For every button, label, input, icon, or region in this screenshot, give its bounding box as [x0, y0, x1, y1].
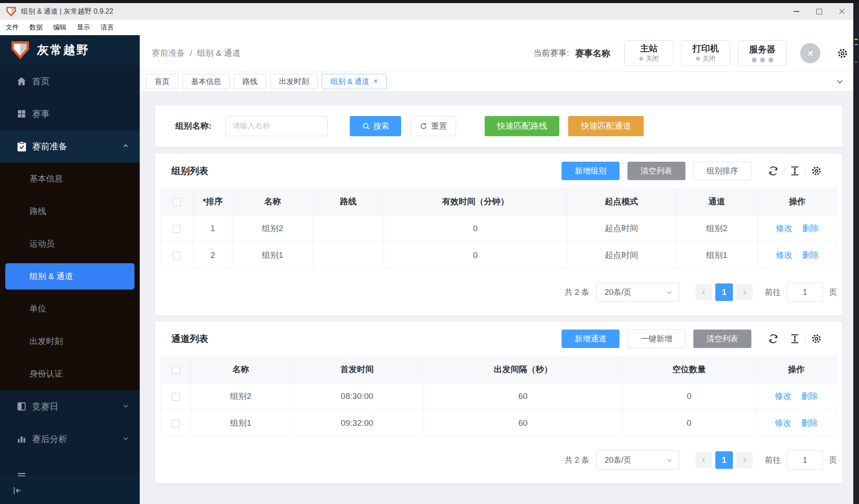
row-checkbox[interactable] [173, 225, 181, 233]
quick-match-route-button[interactable]: 快速匹配路线 [485, 116, 559, 136]
bar-chart-icon [16, 434, 27, 444]
user-avatar[interactable] [800, 43, 820, 63]
goto-page-input[interactable] [787, 283, 823, 302]
app-window: 组别 & 通道 | 灰常越野 0.9.22 文件 数据 编辑 显示 语言 灰常 [0, 3, 853, 504]
tab-close-icon[interactable]: × [373, 77, 378, 86]
breadcrumb: 赛前准备 / 组别 & 通道 [152, 47, 241, 59]
page-size-select[interactable]: 20条/页 [596, 283, 679, 302]
next-page-button[interactable] [736, 452, 753, 468]
page-size-select[interactable]: 20条/页 [596, 450, 679, 470]
sidebar-item-home[interactable]: 首页 [0, 65, 140, 98]
edit-link[interactable]: 修改 [776, 224, 792, 233]
edit-link[interactable]: 修改 [775, 418, 791, 428]
window-controls [785, 3, 853, 20]
prev-page-button[interactable] [696, 284, 712, 301]
race-day-icon [16, 402, 27, 411]
delete-link[interactable]: 删除 [801, 418, 818, 428]
breadcrumb-parent[interactable]: 赛前准备 [152, 47, 185, 59]
select-all-checkbox[interactable] [173, 198, 181, 206]
menu-language[interactable]: 语言 [101, 23, 114, 32]
clear-group-list-button[interactable]: 清空列表 [627, 162, 685, 180]
sidebar-item-race-day[interactable]: 竞赛日 [0, 390, 140, 423]
sidebar-item-group-channel[interactable]: 组别 & 通道 [0, 260, 140, 293]
tab-routes[interactable]: 路线 [234, 74, 266, 89]
group-table-row: 1 组别2 0 起点时间 组别2 修改删除 [161, 215, 837, 242]
printer-toggle[interactable]: 打印机 关闭 [681, 40, 730, 66]
current-event-label: 当前赛事: [533, 47, 569, 59]
table-toolbar-icons [763, 166, 827, 176]
row-checkbox[interactable] [172, 393, 180, 401]
goto-page-input[interactable] [787, 450, 823, 470]
delete-link[interactable]: 删除 [802, 224, 819, 233]
prev-page-button[interactable] [696, 452, 712, 468]
reset-button[interactable]: 重置 [410, 116, 456, 136]
add-channel-button[interactable]: 新增通道 [562, 330, 620, 348]
quick-match-channel-button[interactable]: 快速匹配通道 [568, 116, 644, 136]
refresh-icon[interactable] [768, 166, 779, 176]
minimize-button[interactable] [785, 3, 808, 20]
close-button[interactable] [830, 3, 853, 20]
maximize-icon [816, 9, 822, 15]
row-checkbox[interactable] [172, 420, 180, 428]
edit-link[interactable]: 修改 [775, 392, 791, 401]
sidebar-item-basic-info[interactable]: 基本信息 [0, 163, 140, 195]
add-group-button[interactable]: 新增组别 [562, 162, 620, 180]
sidebar-item-athletes[interactable]: 运动员 [0, 228, 140, 260]
group-sort-button[interactable]: 组别排序 [693, 162, 751, 180]
edit-link[interactable]: 修改 [776, 250, 792, 260]
race-prep-submenu: 基本信息 路线 运动员 组别 & 通道 单位 出发时刻 身份认证 [0, 163, 140, 390]
tabs-dropdown-chevron-icon[interactable] [836, 77, 844, 86]
divider [805, 167, 806, 175]
sidebar-item-post-race-analysis[interactable]: 赛后分析 [0, 423, 140, 455]
titlebar: 组别 & 通道 | 灰常越野 0.9.22 [0, 3, 853, 20]
tab-basic-info[interactable]: 基本信息 [182, 74, 230, 89]
menu-edit[interactable]: 编辑 [53, 23, 66, 32]
search-button[interactable]: 搜索 [350, 116, 401, 136]
maximize-button[interactable] [808, 3, 830, 20]
current-page-button[interactable]: 1 [715, 451, 733, 469]
server-toggle[interactable]: 服务器 [738, 40, 787, 66]
table-settings-gear-icon[interactable] [811, 334, 822, 344]
refresh-icon[interactable] [768, 334, 779, 344]
group-pagination: 共 2 条 20条/页 1 [155, 269, 842, 315]
search-icon [362, 122, 370, 130]
channel-table-row: 组别1 09:32:00 60 0 修改删除 [161, 410, 837, 437]
current-page-button[interactable]: 1 [715, 283, 733, 301]
group-name-input[interactable] [225, 116, 328, 136]
menu-file[interactable]: 文件 [6, 23, 19, 32]
sidebar-collapse-bar [0, 476, 140, 504]
row-checkbox[interactable] [173, 252, 181, 260]
delete-link[interactable]: 删除 [801, 392, 818, 401]
sidebar-item-identity[interactable]: 身份认证 [0, 358, 140, 390]
sidebar-item-units[interactable]: 单位 [0, 293, 140, 325]
quick-add-button[interactable]: 一键新增 [627, 330, 685, 348]
menu-view[interactable]: 显示 [77, 23, 90, 32]
clear-channel-list-button[interactable]: 清空列表 [693, 330, 751, 348]
settings-gear-icon[interactable] [837, 48, 848, 59]
sidebar-item-start-times[interactable]: 出发时刻 [0, 325, 140, 358]
channel-panel-actions: 新增通道 一键新增 清空列表 [554, 330, 827, 348]
delete-link[interactable]: 删除 [802, 250, 819, 260]
minimize-icon [794, 11, 799, 12]
sidebar-item-routes[interactable]: 路线 [0, 195, 140, 228]
total-count: 共 2 条 [565, 287, 589, 297]
collapse-sidebar-icon[interactable] [12, 485, 23, 496]
tab-home[interactable]: 首页 [146, 74, 178, 89]
menu-data[interactable]: 数据 [29, 23, 43, 32]
select-all-checkbox[interactable] [172, 366, 180, 374]
sidebar-item-events[interactable]: 赛事 [0, 98, 140, 130]
status-dot [639, 57, 643, 61]
tab-group-channel[interactable]: 组别 & 通道 × [322, 74, 387, 89]
group-list-panel: 组别列表 新增组别 清空列表 组别排序 [155, 154, 842, 315]
row-height-icon[interactable] [790, 166, 800, 176]
next-page-button[interactable] [736, 284, 753, 301]
tab-start-times[interactable]: 出发时刻 [270, 74, 318, 89]
sidebar-item-race-prep[interactable]: 赛前准备 [0, 130, 140, 163]
current-event-name: 赛事名称 [575, 47, 610, 59]
sidebar: 灰常越野 首页 赛事 赛前准备 [0, 35, 140, 504]
table-settings-gear-icon[interactable] [811, 166, 822, 176]
main-site-toggle[interactable]: 主站 关闭 [624, 40, 674, 66]
row-height-icon[interactable] [790, 334, 800, 344]
page-unit-label: 页 [829, 287, 837, 297]
chevron-up-icon [122, 141, 129, 152]
